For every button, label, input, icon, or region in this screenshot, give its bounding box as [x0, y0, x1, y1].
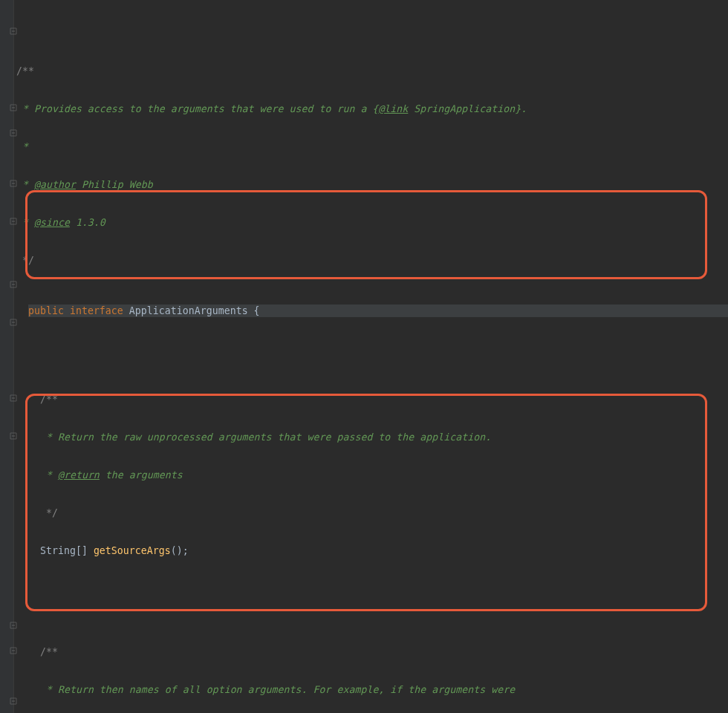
doc-end: */: [16, 255, 34, 266]
fold-toggle-icon[interactable]: [10, 79, 17, 86]
doc-line: Phillip Webb: [76, 179, 153, 190]
javadoc-tag: @author: [34, 179, 76, 190]
doc-start: /**: [40, 394, 58, 405]
fold-toggle-icon[interactable]: [10, 2, 17, 10]
type-name: ApplicationArguments: [129, 305, 248, 316]
fold-toggle-icon[interactable]: [10, 622, 17, 629]
keyword: public: [28, 305, 64, 316]
code-editor[interactable]: /** * Provides access to the arguments t…: [0, 0, 728, 713]
return-type: String[]: [40, 545, 94, 556]
doc-line: * Return the raw unprocessed arguments t…: [40, 432, 491, 443]
javadoc-tag: @since: [34, 217, 70, 228]
fold-toggle-icon[interactable]: [10, 672, 17, 680]
javadoc-tag: @link: [378, 103, 408, 114]
doc-line: SpringApplication}.: [408, 103, 527, 114]
doc-line: * Return then names of all option argume…: [40, 684, 515, 695]
doc-line: *: [16, 217, 34, 228]
fold-toggle-icon[interactable]: [10, 154, 17, 162]
fold-toggle-icon[interactable]: [10, 192, 17, 200]
method-name: getSourceArgs: [94, 545, 171, 556]
fold-toggle-icon[interactable]: [10, 293, 17, 301]
fold-toggle-icon[interactable]: [10, 407, 17, 414]
javadoc-tag: @return: [58, 469, 100, 481]
fold-toggle-icon[interactable]: [10, 369, 17, 377]
fold-toggle-icon[interactable]: [10, 255, 17, 263]
fold-toggle-icon[interactable]: [10, 104, 17, 111]
doc-line: 1.3.0: [70, 217, 105, 228]
interface-declaration: public interface ApplicationArguments {: [28, 305, 728, 317]
doc-line: *: [16, 179, 34, 190]
brace: {: [248, 305, 260, 316]
doc-end: */: [40, 507, 58, 518]
doc-start: /**: [16, 65, 34, 76]
doc-line: * Provides access to the arguments that …: [16, 103, 378, 114]
doc-line: the arguments: [100, 469, 183, 481]
fold-toggle-icon[interactable]: [10, 596, 17, 604]
sig-rest: ();: [171, 545, 189, 556]
doc-line: *: [40, 469, 58, 481]
doc-start: /**: [40, 646, 58, 657]
keyword: interface: [70, 305, 123, 316]
highlight-box: [25, 394, 707, 611]
